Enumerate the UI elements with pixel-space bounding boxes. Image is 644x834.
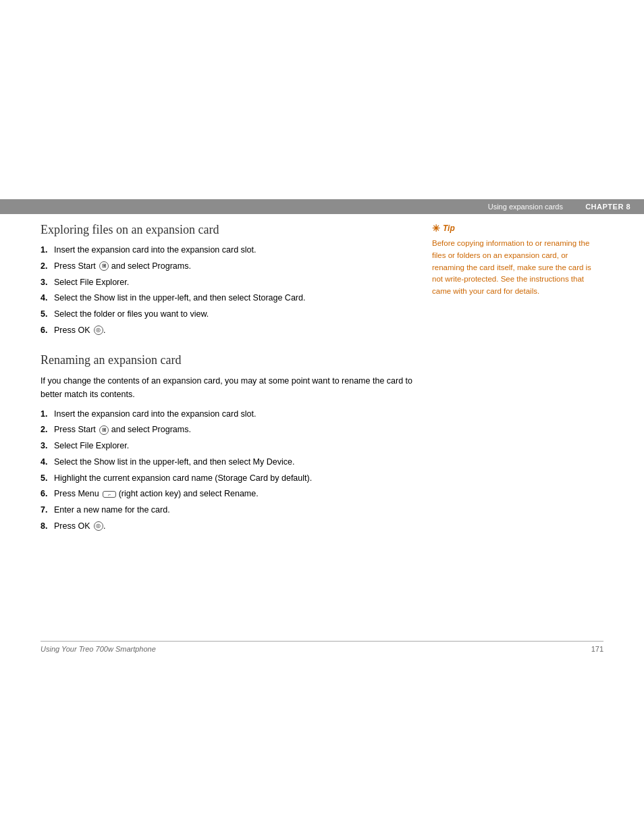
menu-icon: ⌐ — [103, 491, 116, 498]
list-item: 3. Select File Explorer. — [41, 276, 419, 289]
footer-divider — [41, 641, 603, 642]
footer-left: Using Your Treo 700w Smartphone — [41, 645, 156, 653]
section1-title: Exploring files on an expansion card — [41, 223, 419, 237]
header-bar: Using expansion cards CHAPTER 8 — [0, 199, 644, 214]
section2: Renaming an expansion card If you change… — [41, 353, 419, 533]
list-item: 7. Enter a new name for the card. — [41, 504, 419, 517]
tip-text: Before copying information to or renamin… — [432, 238, 594, 298]
list-item: 3. Select File Explorer. — [41, 440, 419, 452]
ok-icon-2: ◎ — [94, 521, 103, 531]
list-item: 2. Press Start ⊞ and select Programs. — [41, 260, 419, 273]
section1-steps-list: 1. Insert the expansion card into the ex… — [41, 244, 419, 337]
list-item: 4. Select the Show list in the upper-lef… — [41, 456, 419, 469]
ok-icon: ◎ — [94, 325, 103, 335]
list-item: 2. Press Start ⊞ and select Programs. — [41, 423, 419, 436]
section2-title: Renaming an expansion card — [41, 353, 419, 367]
list-item: 5. Select the folder or files you want t… — [41, 308, 419, 321]
footer-right: 171 — [591, 645, 603, 653]
list-item: 1. Insert the expansion card into the ex… — [41, 244, 419, 257]
start-icon-2: ⊞ — [99, 425, 109, 435]
tip-label: Tip — [443, 224, 455, 233]
page-container: Using expansion cards CHAPTER 8 Explorin… — [0, 0, 644, 834]
tip-asterisk-icon: ✳ — [432, 223, 440, 234]
list-item: 6. Press OK ◎. — [41, 324, 419, 337]
main-content: Exploring files on an expansion card 1. … — [41, 223, 419, 546]
header-chapter: CHAPTER 8 — [585, 203, 630, 211]
header-section-title: Using expansion cards — [488, 203, 563, 211]
list-item: 1. Insert the expansion card into the ex… — [41, 408, 419, 421]
section2-description: If you change the contents of an expansi… — [41, 374, 419, 401]
list-item: 6. Press Menu ⌐ (right action key) and s… — [41, 488, 419, 500]
section2-steps-list: 1. Insert the expansion card into the ex… — [41, 408, 419, 533]
list-item: 5. Highlight the current expansion card … — [41, 472, 419, 485]
start-icon: ⊞ — [99, 261, 109, 271]
list-item: 8. Press OK ◎. — [41, 520, 419, 533]
tip-header: ✳ Tip — [432, 223, 594, 234]
tip-box: ✳ Tip Before copying information to or r… — [432, 223, 594, 298]
list-item: 4. Select the Show list in the upper-lef… — [41, 292, 419, 305]
